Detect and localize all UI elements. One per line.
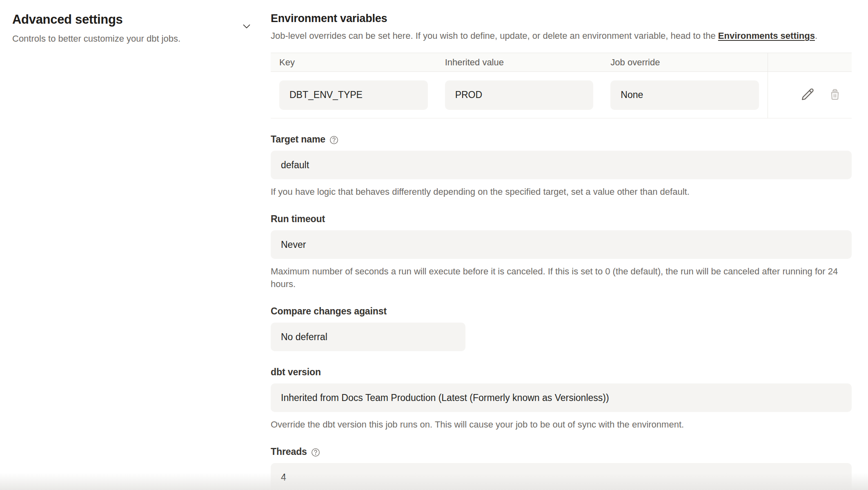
env-vars-description-text: Job-level overrides can be set here. If …: [271, 31, 718, 41]
help-circle-icon[interactable]: [329, 135, 339, 145]
threads-input[interactable]: 4: [271, 463, 852, 490]
page-title: Advanced settings: [12, 12, 258, 27]
help-circle-icon[interactable]: [311, 448, 320, 457]
table-row: DBT_ENV_TYPE PROD None: [271, 72, 852, 118]
env-var-inherited-cell: PROD: [436, 80, 602, 110]
field-target-name: Target name default If you have logic th…: [271, 134, 852, 198]
env-var-actions-cell: [768, 72, 852, 118]
advanced-settings-page: Advanced settings Controls to better cus…: [0, 0, 868, 490]
target-name-help: If you have logic that behaves different…: [271, 185, 852, 198]
page-subtitle: Controls to better customize your dbt jo…: [12, 33, 258, 44]
collapse-section-button[interactable]: [240, 20, 254, 33]
run-timeout-help: Maximum number of seconds a run will exe…: [271, 265, 852, 290]
env-var-key-cell: DBT_ENV_TYPE: [271, 80, 436, 110]
chevron-down-icon: [240, 20, 253, 33]
dbt-version-label: dbt version: [271, 367, 321, 378]
dbt-version-help: Override the dbt version this job runs o…: [271, 418, 852, 431]
target-name-input[interactable]: default: [271, 151, 852, 179]
env-var-key-value: DBT_ENV_TYPE: [279, 80, 428, 110]
advanced-settings-content: Environment variables Job-level override…: [271, 0, 868, 490]
column-header-key: Key: [271, 57, 436, 68]
env-var-override-cell: None: [602, 80, 768, 110]
field-threads: Threads 4 The maximum number of paths th…: [271, 446, 852, 490]
delete-env-var-button[interactable]: [827, 87, 843, 103]
threads-label: Threads: [271, 446, 307, 457]
compare-changes-input[interactable]: No deferral: [271, 323, 465, 351]
field-compare-changes: Compare changes against No deferral: [271, 306, 852, 351]
environments-settings-link[interactable]: Environments settings: [718, 31, 815, 41]
target-name-label: Target name: [271, 134, 325, 145]
run-timeout-label: Run timeout: [271, 214, 325, 225]
pencil-icon: [799, 86, 816, 104]
env-var-inherited-value: PROD: [445, 80, 594, 110]
edit-env-var-button[interactable]: [799, 86, 816, 104]
column-header-job-override: Job override: [602, 57, 768, 68]
env-vars-description-period: .: [815, 31, 817, 41]
env-vars-title: Environment variables: [271, 12, 852, 25]
dbt-version-input[interactable]: Inherited from Docs Team Production (Lat…: [271, 383, 852, 412]
compare-changes-label: Compare changes against: [271, 306, 387, 317]
field-dbt-version: dbt version Inherited from Docs Team Pro…: [271, 367, 852, 431]
column-header-inherited-value: Inherited value: [436, 57, 602, 68]
trash-icon: [827, 87, 843, 103]
env-vars-table-header: Key Inherited value Job override: [271, 53, 852, 72]
column-header-actions: [768, 53, 852, 71]
field-run-timeout: Run timeout Never Maximum number of seco…: [271, 214, 852, 290]
env-var-override-value: None: [610, 80, 759, 110]
env-vars-table: Key Inherited value Job override DBT_ENV…: [271, 53, 852, 118]
run-timeout-input[interactable]: Never: [271, 230, 852, 259]
section-intro-panel: Advanced settings Controls to better cus…: [0, 0, 271, 490]
env-vars-description: Job-level overrides can be set here. If …: [271, 30, 852, 42]
